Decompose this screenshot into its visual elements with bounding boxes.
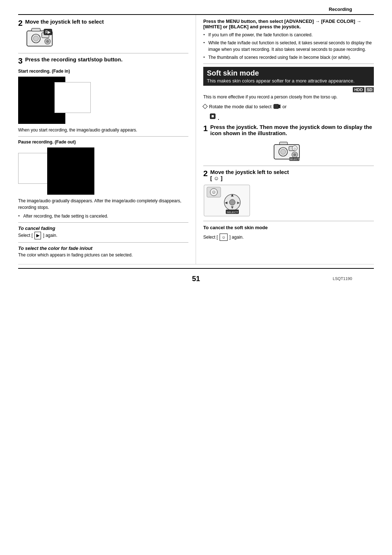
to-cancel-fading-text: Select [ ▶ ] again. [18, 232, 188, 239]
cancel-text2: ] again. [229, 235, 244, 240]
sep2 [18, 136, 188, 137]
cancel-text1: Select [ [203, 235, 218, 240]
right-bullet-1: If you turn off the power, the fade func… [203, 32, 374, 38]
soft-skin-step2-text: Move the joystick left to select [210, 169, 289, 175]
sep5 [203, 64, 374, 64]
badge-row: HDD SD [203, 87, 374, 92]
or-text: or [282, 104, 287, 109]
fade-out-illustration [18, 147, 94, 195]
soft-skin-step2-illus: ▲ ▼ ◄ ► SELECT ☺ [203, 184, 374, 218]
sep6 [203, 166, 374, 166]
page: Recording 2 Move the joystick left to se… [0, 0, 392, 555]
page-number: 51 [192, 275, 200, 283]
diamond-icon [203, 104, 208, 109]
soft-skin-subtitle: This makes skin colors appear softer for… [207, 78, 370, 84]
svg-marker-10 [279, 105, 280, 108]
svg-text:►: ► [236, 200, 241, 205]
step2-number: 2 [18, 19, 23, 28]
right-column: Press the MENU button, then select [ADVA… [196, 15, 374, 264]
soft-skin-step2: 2 Move the joystick left to select [ ☺ ] [203, 169, 374, 181]
rotate-instruction: Rotate the mode dial to select or [203, 102, 374, 110]
main-content: 2 Move the joystick left to select [18, 15, 374, 264]
start-recording-label: Start recording. (Fade in) [18, 69, 188, 74]
right-bullets: If you turn off the power, the fade func… [203, 32, 374, 61]
left-column: 2 Move the joystick left to select [18, 15, 196, 264]
step2-header: 2 Move the joystick left to select [18, 19, 188, 50]
svg-rect-17 [279, 142, 287, 145]
sep1 [18, 53, 188, 53]
to-cancel-soft-text: Select [ ☺ ] again. [203, 234, 374, 241]
section-label: Recording [329, 7, 352, 12]
soft-skin-section: Soft skin mode This makes skin colors ap… [203, 67, 374, 241]
step2-text: Move the joystick left to select [25, 19, 104, 25]
to-cancel-fading-label: To cancel fading [18, 226, 188, 231]
svg-text:SELECT: SELECT [226, 211, 238, 214]
to-cancel-soft-label: To cancel the soft skin mode [203, 225, 268, 230]
product-code: LSQT1190 [200, 276, 352, 281]
svg-text:◄: ◄ [224, 200, 228, 205]
cancel-fading-text2: ] again. [43, 233, 57, 238]
soft-skin-step1-text: Press the joystick. Then move the joysti… [210, 124, 374, 136]
fade-in-illustration [18, 77, 91, 124]
svg-point-19 [294, 154, 296, 156]
step3-text: Press the recording start/stop button. [25, 56, 122, 62]
soft-skin-banner: Soft skin mode This makes skin colors ap… [203, 67, 374, 86]
to-select-color-text: The color which appears in fading pictur… [18, 252, 188, 258]
svg-point-30 [229, 199, 235, 205]
svg-text:▼: ▼ [230, 205, 234, 210]
cancel-fading-text1: Select [ [18, 233, 33, 238]
step2-joystick-icon: F▶ [25, 25, 54, 49]
page-footer: 51 LSQT1190 [18, 268, 374, 289]
step3-header: 3 Press the recording start/stop button. [18, 56, 188, 66]
soft-skin-title: Soft skin mode [207, 69, 370, 77]
sep4 [18, 242, 188, 243]
hdd-badge: HDD [353, 87, 364, 92]
to-cancel-soft-skin: To cancel the soft skin mode [203, 224, 374, 231]
svg-rect-4 [32, 28, 40, 31]
cancel-fading-icon: ▶ [34, 232, 41, 239]
fade-in-note: When you start recording, the image/audi… [18, 127, 188, 133]
sep3 [18, 222, 188, 223]
svg-text:▲: ▲ [230, 193, 234, 198]
fade-out-bullets: After recording, the fade setting is can… [18, 213, 188, 219]
soft-skin-intro: This is more effective if you record a p… [203, 94, 374, 100]
svg-point-2 [33, 36, 38, 41]
svg-text:F▶: F▶ [45, 30, 51, 34]
dot-end: . [218, 115, 219, 121]
section-header: Recording [18, 0, 374, 15]
svg-rect-9 [274, 104, 279, 109]
fade-in-white [54, 82, 91, 113]
press-menu-header: Press the MENU button, then select [ADVA… [203, 19, 374, 29]
soft-skin-step1-number: 1 [203, 124, 208, 133]
movie-icon [273, 102, 281, 110]
cancel-soft-icon: ☺ [220, 234, 227, 241]
soft-skin-step1: 1 Press the joystick. Then move the joys… [203, 124, 374, 136]
to-select-color-label: To select the color for fade in/out [18, 246, 188, 251]
fade-out-bullet-1: After recording, the fade setting is can… [18, 213, 188, 219]
step3-number: 3 [18, 56, 23, 66]
svg-text:SELECT: SELECT [289, 158, 299, 161]
rotate-text: Rotate the mode dial to select [209, 104, 271, 109]
manual-icon [209, 113, 216, 120]
soft-skin-step2-icon: [ ☺ ] [210, 175, 222, 181]
fade-out-note: The image/audio gradually disappears. Af… [18, 198, 188, 211]
pause-recording-label: Pause recording. (Fade out) [18, 139, 188, 145]
fade-out-black [47, 147, 94, 195]
right-bullet-2: While the fade in/fade out function is s… [203, 40, 374, 53]
sd-badge: SD [366, 87, 374, 92]
svg-point-8 [46, 40, 49, 42]
soft-skin-step1-illus: SELECT ☺ [203, 139, 374, 163]
svg-point-15 [281, 149, 286, 154]
right-bullet-3: The thumbnails of scenes recorded using … [203, 54, 374, 61]
svg-text:☺: ☺ [211, 189, 216, 195]
step2-select-svg: ▲ ▼ ◄ ► SELECT ☺ [203, 184, 250, 217]
soft-skin-step2-number: 2 [203, 169, 208, 178]
svg-rect-12 [212, 115, 214, 117]
sep7 [203, 221, 374, 221]
svg-text:☺: ☺ [293, 147, 296, 150]
step1-joystick-svg: SELECT ☺ [272, 139, 305, 163]
